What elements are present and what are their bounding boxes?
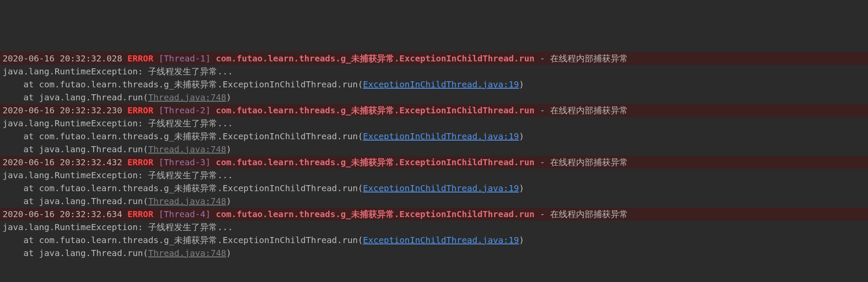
stack-frame-suffix: ) — [226, 144, 231, 154]
exception-message: java.lang.RuntimeException: 子线程发生了异常... — [3, 170, 233, 180]
stack-frame-text: at com.futao.learn.threads.g_未捕获异常.Excep… — [3, 235, 363, 245]
log-level: ERROR — [127, 105, 153, 115]
stack-frame: at java.lang.Thread.run(Thread.java:748) — [0, 195, 868, 208]
source-link[interactable]: Thread.java:748 — [148, 196, 226, 206]
exception-line: java.lang.RuntimeException: 子线程发生了异常... — [0, 169, 868, 182]
exception-line: java.lang.RuntimeException: 子线程发生了异常... — [0, 221, 868, 234]
exception-message: java.lang.RuntimeException: 子线程发生了异常... — [3, 222, 233, 232]
source-link[interactable]: ExceptionInChildThread.java:19 — [363, 79, 519, 90]
log-entry-header: 2020-06-16 20:32:32.432 ERROR [Thread-3]… — [0, 156, 868, 169]
timestamp: 2020-06-16 20:32:32.432 — [3, 157, 122, 167]
stack-frame-suffix: ) — [226, 196, 231, 206]
stack-frame: at com.futao.learn.threads.g_未捕获异常.Excep… — [0, 182, 868, 195]
stack-frame-text: at com.futao.learn.threads.g_未捕获异常.Excep… — [3, 183, 363, 193]
log-level: ERROR — [127, 53, 153, 64]
logger-name: com.futao.learn.threads.g_未捕获异常.Exceptio… — [216, 105, 535, 115]
source-link[interactable]: Thread.java:748 — [148, 144, 226, 154]
source-link[interactable]: Thread.java:748 — [148, 92, 226, 103]
exception-line: java.lang.RuntimeException: 子线程发生了异常... — [0, 117, 868, 130]
stack-frame: at java.lang.Thread.run(Thread.java:748) — [0, 143, 868, 156]
thread-name: [Thread-1] — [158, 53, 210, 64]
stack-frame: at java.lang.Thread.run(Thread.java:748) — [0, 247, 868, 260]
stack-frame-suffix: ) — [226, 92, 231, 103]
stack-frame-text: at java.lang.Thread.run( — [3, 248, 148, 258]
logger-name: com.futao.learn.threads.g_未捕获异常.Exceptio… — [216, 157, 535, 167]
stack-frame-text: at java.lang.Thread.run( — [3, 196, 148, 206]
separator: - — [535, 209, 550, 219]
log-message: 在线程内部捕获异常 — [550, 209, 628, 219]
stack-frame: at com.futao.learn.threads.g_未捕获异常.Excep… — [0, 234, 868, 247]
log-entry-header: 2020-06-16 20:32:32.230 ERROR [Thread-2]… — [0, 104, 868, 117]
thread-name: [Thread-3] — [158, 157, 210, 167]
exception-line: java.lang.RuntimeException: 子线程发生了异常... — [0, 65, 868, 78]
log-message: 在线程内部捕获异常 — [550, 105, 628, 115]
stack-frame-suffix: ) — [226, 248, 231, 258]
source-link[interactable]: ExceptionInChildThread.java:19 — [363, 131, 519, 141]
stack-frame: at java.lang.Thread.run(Thread.java:748) — [0, 91, 868, 104]
stack-frame: at com.futao.learn.threads.g_未捕获异常.Excep… — [0, 130, 868, 143]
log-message: 在线程内部捕获异常 — [550, 53, 628, 64]
log-level: ERROR — [127, 209, 153, 219]
timestamp: 2020-06-16 20:32:32.634 — [3, 209, 122, 219]
exception-message: java.lang.RuntimeException: 子线程发生了异常... — [3, 118, 233, 128]
stack-frame-text: at java.lang.Thread.run( — [3, 144, 148, 154]
source-link[interactable]: Thread.java:748 — [148, 248, 226, 258]
stack-frame-suffix: ) — [519, 131, 524, 141]
stack-frame-text: at com.futao.learn.threads.g_未捕获异常.Excep… — [3, 79, 363, 90]
logger-name: com.futao.learn.threads.g_未捕获异常.Exceptio… — [216, 53, 535, 64]
source-link[interactable]: ExceptionInChildThread.java:19 — [363, 183, 519, 193]
timestamp: 2020-06-16 20:32:32.230 — [3, 105, 122, 115]
logger-name: com.futao.learn.threads.g_未捕获异常.Exceptio… — [216, 209, 535, 219]
log-entry-header: 2020-06-16 20:32:32.634 ERROR [Thread-4]… — [0, 208, 868, 221]
exception-message: java.lang.RuntimeException: 子线程发生了异常... — [3, 66, 233, 77]
stack-frame-suffix: ) — [519, 183, 524, 193]
stack-frame-text: at com.futao.learn.threads.g_未捕获异常.Excep… — [3, 131, 363, 141]
separator: - — [535, 157, 550, 167]
stack-frame-suffix: ) — [519, 79, 524, 90]
stack-frame-suffix: ) — [519, 235, 524, 245]
log-level: ERROR — [127, 157, 153, 167]
thread-name: [Thread-4] — [158, 209, 210, 219]
stack-frame: at com.futao.learn.threads.g_未捕获异常.Excep… — [0, 78, 868, 91]
thread-name: [Thread-2] — [158, 105, 210, 115]
source-link[interactable]: ExceptionInChildThread.java:19 — [363, 235, 519, 245]
stack-frame-text: at java.lang.Thread.run( — [3, 92, 148, 103]
timestamp: 2020-06-16 20:32:32.028 — [3, 53, 122, 64]
console-output: 2020-06-16 20:32:32.028 ERROR [Thread-1]… — [0, 52, 868, 260]
separator: - — [535, 105, 550, 115]
log-entry-header: 2020-06-16 20:32:32.028 ERROR [Thread-1]… — [0, 52, 868, 65]
separator: - — [535, 53, 550, 64]
log-message: 在线程内部捕获异常 — [550, 157, 628, 167]
